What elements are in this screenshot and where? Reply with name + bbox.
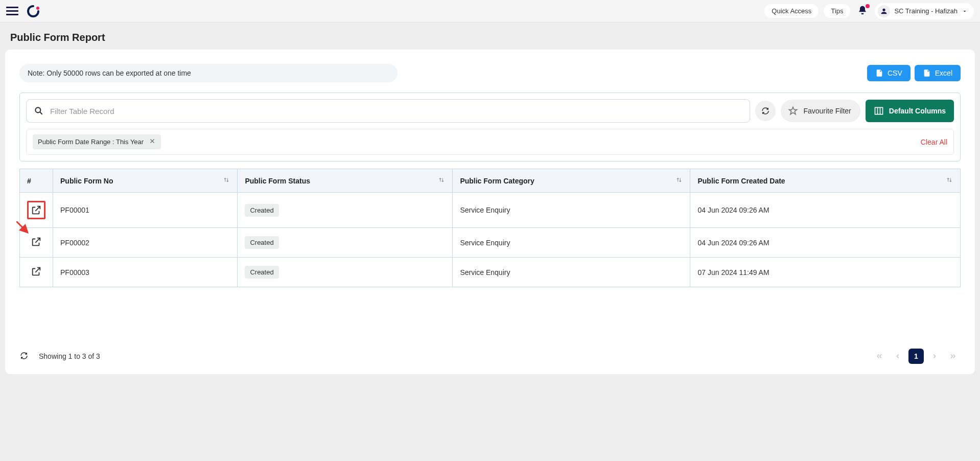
sort-icon[interactable]	[946, 176, 953, 185]
cell-form-no: PF00003	[53, 258, 238, 287]
menu-icon[interactable]	[6, 5, 18, 17]
chevron-right-icon	[931, 353, 938, 360]
col-action: #	[20, 169, 53, 193]
open-in-new-icon	[31, 204, 42, 216]
cell-created: 04 Jun 2024 09:26 AM	[690, 193, 961, 228]
page-title: Public Form Report	[0, 22, 980, 50]
person-icon	[880, 7, 888, 15]
sort-icon[interactable]	[223, 176, 230, 185]
tips-button[interactable]: Tips	[824, 4, 850, 18]
search-input[interactable]	[50, 107, 742, 116]
cell-category: Service Enquiry	[453, 258, 690, 287]
filter-panel: Favourite Filter Default Columns Public …	[19, 93, 961, 162]
chevrons-right-icon	[949, 353, 956, 360]
sort-icon[interactable]	[675, 176, 683, 185]
export-excel-button[interactable]: Excel	[915, 65, 961, 81]
chevron-down-icon	[962, 8, 968, 14]
chevron-left-icon	[894, 353, 901, 360]
cell-form-no: PF00002	[53, 228, 238, 258]
user-menu[interactable]: SC Training - Hafizah	[875, 3, 974, 19]
cell-form-no: PF00001	[53, 193, 238, 228]
col-created[interactable]: Public Form Created Date	[690, 169, 961, 193]
table-row: PF00003 Created Service Enquiry 07 Jun 2…	[20, 258, 961, 287]
page-first-button[interactable]	[872, 349, 887, 364]
results-table: # Public Form No Public Form Status	[19, 169, 961, 287]
refresh-icon	[19, 351, 29, 360]
open-row-button[interactable]	[31, 266, 42, 277]
report-card: Note: Only 50000 rows can be exported at…	[5, 50, 975, 374]
filter-chip-date-range: Public Form Date Range : This Year	[33, 134, 161, 149]
cell-category: Service Enquiry	[453, 193, 690, 228]
results-summary: Showing 1 to 3 of 3	[39, 352, 100, 360]
cell-created: 07 Jun 2024 11:49 AM	[690, 258, 961, 287]
open-in-new-icon	[31, 266, 42, 277]
file-icon	[923, 69, 931, 77]
open-in-new-icon	[31, 236, 42, 247]
refresh-icon	[761, 106, 770, 116]
active-filters: Public Form Date Range : This Year Clear…	[26, 129, 954, 155]
cell-created: 04 Jun 2024 09:26 AM	[690, 228, 961, 258]
open-row-button[interactable]	[31, 236, 42, 247]
status-badge: Created	[245, 236, 278, 249]
page-prev-button[interactable]	[890, 349, 905, 364]
notifications-button[interactable]	[855, 5, 870, 17]
page-last-button[interactable]	[945, 349, 961, 364]
export-csv-button[interactable]: CSV	[867, 65, 911, 81]
file-icon	[875, 69, 883, 77]
chip-label: Public Form Date Range : This Year	[38, 138, 144, 146]
favourite-filter-button[interactable]: Favourite Filter	[781, 100, 860, 122]
table-row: PF00001 Created Service Enquiry 04 Jun 2…	[20, 193, 961, 228]
annotation-highlight	[27, 201, 45, 219]
chip-remove-button[interactable]	[149, 137, 156, 146]
chevrons-left-icon	[876, 353, 883, 360]
open-row-button[interactable]	[31, 204, 42, 216]
col-status[interactable]: Public Form Status	[238, 169, 453, 193]
app-logo	[27, 5, 40, 18]
page-next-button[interactable]	[927, 349, 942, 364]
columns-icon	[874, 106, 884, 116]
close-icon	[149, 137, 156, 145]
page-number-button[interactable]: 1	[908, 349, 924, 364]
svg-rect-2	[875, 107, 882, 114]
cell-category: Service Enquiry	[453, 228, 690, 258]
footer-refresh-button[interactable]	[19, 351, 29, 362]
search-icon	[34, 106, 44, 116]
quick-access-button[interactable]: Quick Access	[764, 4, 819, 18]
col-category[interactable]: Public Form Category	[453, 169, 690, 193]
col-form-no[interactable]: Public Form No	[53, 169, 238, 193]
top-bar: Quick Access Tips SC Training - Hafizah	[0, 0, 980, 22]
star-icon	[788, 106, 798, 116]
table-row: PF00002 Created Service Enquiry 04 Jun 2…	[20, 228, 961, 258]
status-badge: Created	[245, 204, 278, 217]
export-note: Note: Only 50000 rows can be exported at…	[19, 64, 398, 82]
status-badge: Created	[245, 266, 278, 279]
sort-icon[interactable]	[438, 176, 445, 185]
svg-point-0	[36, 7, 39, 10]
refresh-button[interactable]	[755, 101, 776, 121]
avatar	[878, 5, 890, 17]
clear-all-button[interactable]: Clear All	[921, 138, 947, 146]
default-columns-button[interactable]: Default Columns	[866, 100, 954, 122]
user-name: SC Training - Hafizah	[894, 7, 958, 15]
pagination: 1	[872, 349, 961, 364]
search-box	[26, 99, 750, 123]
